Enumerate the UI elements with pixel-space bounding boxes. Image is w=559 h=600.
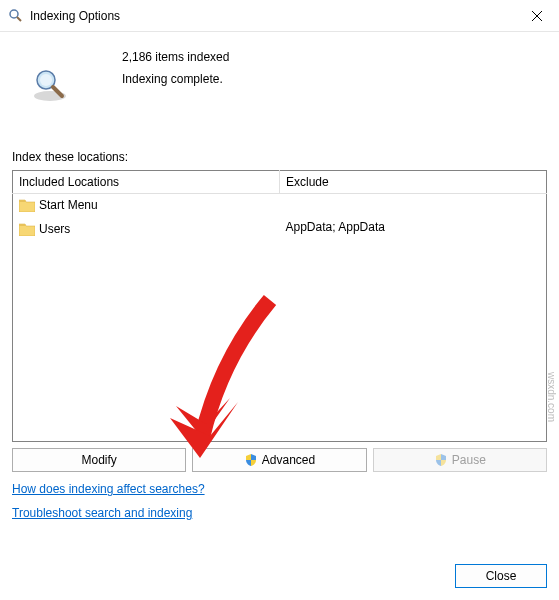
column-header-exclude[interactable]: Exclude [280, 171, 547, 194]
footer: Close [455, 564, 547, 588]
window-title: Indexing Options [30, 9, 514, 23]
svg-point-0 [10, 10, 18, 18]
svg-line-1 [17, 17, 21, 21]
column-header-included[interactable]: Included Locations [13, 171, 280, 194]
close-icon [532, 11, 542, 21]
shield-icon [434, 453, 448, 467]
included-location-name: Start Menu [39, 198, 98, 212]
close-button[interactable]: Close [455, 564, 547, 588]
magnifier-small-icon [8, 8, 24, 24]
locations-label: Index these locations: [12, 150, 547, 164]
svg-point-6 [40, 74, 52, 86]
button-row: Modify Advanced [12, 448, 547, 472]
status-area: 2,186 items indexed Indexing complete. [12, 44, 547, 102]
advanced-button[interactable]: Advanced [192, 448, 366, 472]
titlebar: Indexing Options [0, 0, 559, 32]
table-row[interactable]: Start Menu [13, 194, 547, 218]
help-link[interactable]: How does indexing affect searches? [12, 482, 205, 496]
pause-button: Pause [373, 448, 547, 472]
locations-table: Included Locations Exclude Start Menu [12, 170, 547, 442]
modify-button[interactable]: Modify [12, 448, 186, 472]
table-row[interactable]: Users AppData; AppData [13, 218, 547, 242]
exclude-value [280, 194, 547, 218]
dialog-content: 2,186 items indexed Indexing complete. I… [0, 32, 559, 528]
exclude-value: AppData; AppData [280, 218, 547, 242]
indexed-count: 2,186 items indexed [122, 50, 229, 64]
folder-icon [19, 198, 35, 212]
indexing-status: Indexing complete. [122, 72, 229, 86]
included-location-name: Users [39, 222, 70, 236]
troubleshoot-link[interactable]: Troubleshoot search and indexing [12, 506, 192, 520]
watermark: wsxdn.com [546, 372, 557, 422]
folder-icon [19, 222, 35, 236]
shield-icon [244, 453, 258, 467]
close-window-button[interactable] [514, 0, 559, 32]
magnifier-large-icon [30, 66, 70, 102]
